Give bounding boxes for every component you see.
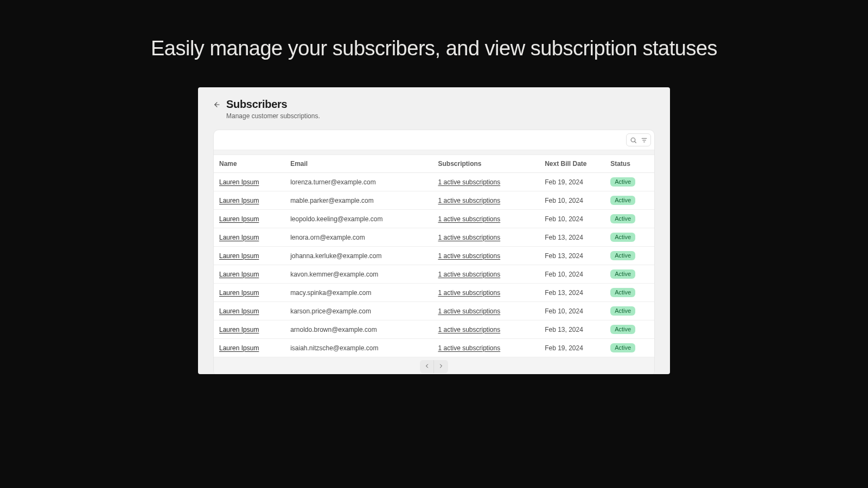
col-header-next-bill[interactable]: Next Bill Date — [539, 155, 605, 173]
subscriber-email: lenora.orn@example.com — [285, 228, 432, 247]
pager-prev-button[interactable] — [420, 360, 434, 373]
table-row: Lauren Ipsumarnoldo.brown@example.com1 a… — [214, 320, 654, 339]
col-header-status[interactable]: Status — [605, 155, 654, 173]
subscriber-email: lorenza.turner@example.com — [285, 173, 432, 191]
subscriber-name-link[interactable]: Lauren Ipsum — [219, 344, 259, 352]
status-badge: Active — [610, 214, 635, 223]
status-badge: Active — [610, 269, 635, 279]
subscriptions-link[interactable]: 1 active subscriptions — [438, 326, 500, 333]
status-badge: Active — [610, 233, 635, 242]
chevron-right-icon — [438, 363, 444, 371]
table-row: Lauren Ipsumlenora.orn@example.com1 acti… — [214, 228, 654, 247]
panel-toolbar — [214, 130, 654, 150]
subscriptions-link[interactable]: 1 active subscriptions — [438, 215, 500, 223]
subscriptions-link[interactable]: 1 active subscriptions — [438, 344, 500, 352]
status-badge: Active — [610, 288, 635, 297]
subscriber-name-link[interactable]: Lauren Ipsum — [219, 326, 259, 333]
table-row: Lauren Ipsummable.parker@example.com1 ac… — [214, 191, 654, 210]
table-footer — [214, 357, 654, 374]
table-row: Lauren Ipsumleopoldo.keeling@example.com… — [214, 210, 654, 228]
pager-next-button[interactable] — [434, 360, 448, 373]
page-title: Subscribers — [226, 98, 320, 111]
subscriptions-link[interactable]: 1 active subscriptions — [438, 197, 500, 204]
page-subtitle: Manage customer subscriptions. — [226, 112, 320, 120]
hero-headline: Easily manage your subscribers, and view… — [0, 0, 868, 60]
col-header-email[interactable]: Email — [285, 155, 432, 173]
status-badge: Active — [610, 325, 635, 334]
next-bill-date: Feb 13, 2024 — [539, 228, 605, 247]
subscriber-email: arnoldo.brown@example.com — [285, 320, 432, 339]
subscriber-name-link[interactable]: Lauren Ipsum — [219, 271, 259, 278]
subscriptions-link[interactable]: 1 active subscriptions — [438, 271, 500, 278]
subscriptions-link[interactable]: 1 active subscriptions — [438, 252, 500, 260]
subscriber-name-link[interactable]: Lauren Ipsum — [219, 197, 259, 204]
filter-icon[interactable] — [639, 134, 649, 145]
next-bill-date: Feb 13, 2024 — [539, 247, 605, 265]
subscriber-email: karson.price@example.com — [285, 302, 432, 320]
subscriber-name-link[interactable]: Lauren Ipsum — [219, 178, 259, 186]
subscribers-panel: Name Email Subscriptions Next Bill Date … — [213, 130, 655, 374]
subscriber-name-link[interactable]: Lauren Ipsum — [219, 289, 259, 297]
next-bill-date: Feb 10, 2024 — [539, 302, 605, 320]
subscriber-name-link[interactable]: Lauren Ipsum — [219, 234, 259, 241]
svg-line-2 — [635, 142, 636, 143]
subscriptions-link[interactable]: 1 active subscriptions — [438, 289, 500, 297]
search-icon[interactable] — [628, 134, 639, 145]
table-row: Lauren Ipsumkarson.price@example.com1 ac… — [214, 302, 654, 320]
subscriptions-link[interactable]: 1 active subscriptions — [438, 178, 500, 186]
next-bill-date: Feb 19, 2024 — [539, 339, 605, 357]
subscriber-email: mable.parker@example.com — [285, 191, 432, 210]
app-window: Subscribers Manage customer subscription… — [198, 87, 670, 374]
back-arrow-icon[interactable] — [213, 101, 221, 108]
subscriptions-link[interactable]: 1 active subscriptions — [438, 234, 500, 241]
next-bill-date: Feb 13, 2024 — [539, 284, 605, 302]
subscriptions-link[interactable]: 1 active subscriptions — [438, 307, 500, 315]
table-row: Lauren Ipsumisaiah.nitzsche@example.com1… — [214, 339, 654, 357]
subscriber-email: leopoldo.keeling@example.com — [285, 210, 432, 228]
status-badge: Active — [610, 306, 635, 316]
status-badge: Active — [610, 177, 635, 187]
status-badge: Active — [610, 251, 635, 260]
subscriber-email: kavon.kemmer@example.com — [285, 265, 432, 284]
table-row: Lauren Ipsumjohanna.kerluke@example.com1… — [214, 247, 654, 265]
subscriber-name-link[interactable]: Lauren Ipsum — [219, 307, 259, 315]
next-bill-date: Feb 10, 2024 — [539, 191, 605, 210]
col-header-name[interactable]: Name — [214, 155, 285, 173]
table-tools — [626, 133, 651, 146]
col-header-subscriptions[interactable]: Subscriptions — [432, 155, 539, 173]
status-badge: Active — [610, 196, 635, 205]
page-header: Subscribers Manage customer subscription… — [198, 93, 670, 120]
pager — [420, 360, 448, 373]
subscriber-email: macy.spinka@example.com — [285, 284, 432, 302]
table-row: Lauren Ipsummacy.spinka@example.com1 act… — [214, 284, 654, 302]
subscribers-table: Name Email Subscriptions Next Bill Date … — [214, 155, 654, 357]
subscriber-name-link[interactable]: Lauren Ipsum — [219, 252, 259, 260]
next-bill-date: Feb 10, 2024 — [539, 210, 605, 228]
table-row: Lauren Ipsumlorenza.turner@example.com1 … — [214, 173, 654, 191]
svg-point-1 — [631, 138, 635, 142]
next-bill-date: Feb 10, 2024 — [539, 265, 605, 284]
status-badge: Active — [610, 343, 635, 352]
next-bill-date: Feb 19, 2024 — [539, 173, 605, 191]
table-row: Lauren Ipsumkavon.kemmer@example.com1 ac… — [214, 265, 654, 284]
subscriber-name-link[interactable]: Lauren Ipsum — [219, 215, 259, 223]
chevron-left-icon — [424, 363, 430, 371]
subscriber-email: isaiah.nitzsche@example.com — [285, 339, 432, 357]
toolbar-divider — [214, 150, 654, 155]
subscriber-email: johanna.kerluke@example.com — [285, 247, 432, 265]
next-bill-date: Feb 13, 2024 — [539, 320, 605, 339]
